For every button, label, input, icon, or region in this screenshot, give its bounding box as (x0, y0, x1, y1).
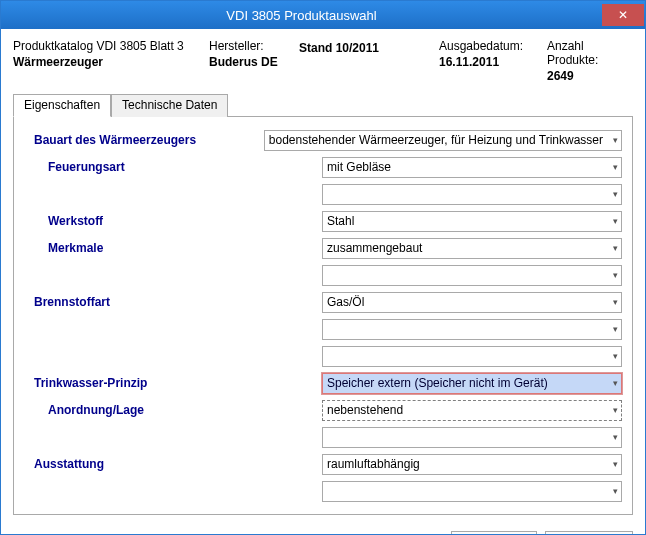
property-select[interactable]: raumluftabhängig▾ (322, 454, 622, 475)
property-row: Trinkwasser-PrinzipSpeicher extern (Spei… (24, 372, 622, 394)
property-select[interactable]: bodenstehender Wärmeerzeuger, für Heizun… (264, 130, 622, 151)
close-button[interactable]: ✕ (602, 4, 644, 26)
property-row: WerkstoffStahl▾ (24, 210, 622, 232)
property-label: Trinkwasser-Prinzip (24, 376, 314, 390)
property-select[interactable]: Gas/Öl▾ (322, 292, 622, 313)
property-row: ▾ (24, 183, 622, 205)
footer: Eingegrenzte Produkte: 134 OK Abbrechen (1, 523, 645, 535)
property-select[interactable]: ▾ (322, 319, 622, 340)
chevron-down-icon: ▾ (613, 405, 618, 415)
property-select-value: raumluftabhängig (327, 457, 420, 471)
property-label: Bauart des Wärmeerzeugers (24, 133, 256, 147)
property-row: ▾ (24, 345, 622, 367)
property-row: Feuerungsartmit Gebläse▾ (24, 156, 622, 178)
tab-panel-properties: Bauart des Wärmeerzeugersbodenstehender … (13, 117, 633, 515)
property-select[interactable]: ▾ (322, 481, 622, 502)
property-row: BrennstoffartGas/Öl▾ (24, 291, 622, 313)
cancel-button[interactable]: Abbrechen (545, 531, 633, 535)
chevron-down-icon: ▾ (613, 189, 618, 199)
chevron-down-icon: ▾ (613, 432, 618, 442)
property-row: ▾ (24, 318, 622, 340)
header-info: Produktkatalog VDI 3805 Blatt 3 Wärmeerz… (13, 39, 633, 83)
ok-button[interactable]: OK (451, 531, 537, 535)
property-select[interactable]: ▾ (322, 265, 622, 286)
issue-date-value: 16.11.2011 (439, 55, 547, 69)
tab-technical[interactable]: Technische Daten (111, 94, 228, 117)
property-label: Feuerungsart (24, 160, 314, 174)
property-row: ▾ (24, 426, 622, 448)
tab-properties[interactable]: Eigenschaften (13, 94, 111, 117)
property-row: ▾ (24, 264, 622, 286)
property-select-value: bodenstehender Wärmeerzeuger, für Heizun… (269, 133, 603, 147)
chevron-down-icon: ▾ (613, 270, 618, 280)
chevron-down-icon: ▾ (613, 351, 618, 361)
chevron-down-icon: ▾ (613, 486, 618, 496)
manufacturer-value: Buderus DE (209, 55, 299, 69)
property-select[interactable]: ▾ (322, 184, 622, 205)
close-icon: ✕ (618, 8, 628, 22)
tab-strip: Eigenschaften Technische Daten (13, 93, 633, 117)
property-label: Anordnung/Lage (24, 403, 314, 417)
property-label: Brennstoffart (24, 295, 314, 309)
property-row: Ausstattungraumluftabhängig▾ (24, 453, 622, 475)
catalog-label: Produktkatalog VDI 3805 Blatt 3 (13, 39, 209, 53)
property-select-value: Speicher extern (Speicher nicht im Gerät… (327, 376, 548, 390)
chevron-down-icon: ▾ (613, 324, 618, 334)
window-title: VDI 3805 Produktauswahl (1, 8, 602, 23)
product-count-value: 2649 (547, 69, 633, 83)
chevron-down-icon: ▾ (613, 135, 618, 145)
titlebar: VDI 3805 Produktauswahl ✕ (1, 1, 645, 29)
property-select[interactable]: ▾ (322, 427, 622, 448)
property-select[interactable]: Speicher extern (Speicher nicht im Gerät… (322, 373, 622, 394)
property-label: Ausstattung (24, 457, 314, 471)
property-select-value: Stahl (327, 214, 354, 228)
property-row: Anordnung/Lagenebenstehend▾ (24, 399, 622, 421)
property-select[interactable]: nebenstehend▾ (322, 400, 622, 421)
chevron-down-icon: ▾ (613, 243, 618, 253)
property-select-value: nebenstehend (327, 403, 403, 417)
chevron-down-icon: ▾ (613, 378, 618, 388)
edition-value: Stand 10/2011 (299, 41, 439, 55)
property-select[interactable]: mit Gebläse▾ (322, 157, 622, 178)
manufacturer-label: Hersteller: (209, 39, 299, 53)
property-select[interactable]: Stahl▾ (322, 211, 622, 232)
property-select-value: Gas/Öl (327, 295, 364, 309)
issue-date-label: Ausgabedatum: (439, 39, 547, 53)
property-label: Merkmale (24, 241, 314, 255)
property-select[interactable]: zusammengebaut▾ (322, 238, 622, 259)
property-row: Merkmalezusammengebaut▾ (24, 237, 622, 259)
chevron-down-icon: ▾ (613, 162, 618, 172)
property-row: ▾ (24, 480, 622, 502)
property-row: Bauart des Wärmeerzeugersbodenstehender … (24, 129, 622, 151)
catalog-value: Wärmeerzeuger (13, 55, 209, 69)
property-select[interactable]: ▾ (322, 346, 622, 367)
property-label: Werkstoff (24, 214, 314, 228)
content-area: Produktkatalog VDI 3805 Blatt 3 Wärmeerz… (1, 29, 645, 523)
chevron-down-icon: ▾ (613, 216, 618, 226)
chevron-down-icon: ▾ (613, 297, 618, 307)
property-select-value: mit Gebläse (327, 160, 391, 174)
product-count-label: Anzahl Produkte: (547, 39, 633, 67)
property-select-value: zusammengebaut (327, 241, 422, 255)
chevron-down-icon: ▾ (613, 459, 618, 469)
